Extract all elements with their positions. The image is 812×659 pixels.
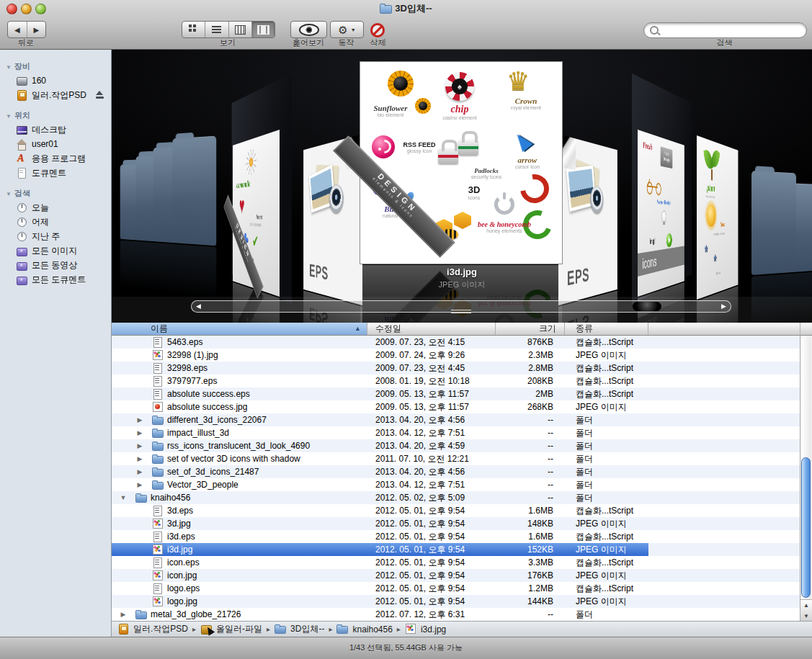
sidebar-item-응용 프로그램[interactable]: 응용 프로그램 [0,151,111,166]
search-field [643,22,807,38]
scroll-up-icon[interactable]: ▲ [800,600,812,611]
sidebar-item-어제[interactable]: 어제 [0,215,111,229]
file-name-cell: 3797977.eps [112,375,367,387]
date-modified-cell: 2009. 05. 13, 오후 11:57 [367,387,496,400]
table-row[interactable]: ▶set of vector 3D icons with shadow2011.… [112,452,800,465]
filler-cell [648,387,800,400]
disclosure-triangle[interactable]: ▶ [135,478,145,491]
view-coverflow-button[interactable] [252,22,275,37]
sidebar-item-모든 도큐멘트[interactable]: 모든 도큐멘트 [0,272,111,287]
file-name: set of vector 3D icons with shadow [167,452,300,465]
path-item-knaiho456[interactable]: knaiho456 [336,623,392,635]
disclosure-triangle[interactable]: ▶ [135,426,145,439]
zoom-button[interactable] [35,4,46,14]
scrollbar-thumb[interactable] [801,457,811,598]
table-row[interactable]: icon.jpg2012. 05. 01, 오후 9:54176KBJPEG 이… [112,569,800,582]
table-row[interactable]: 3797977.eps2008. 01. 19, 오전 10:18208KB캡슐… [112,375,800,387]
sidebar-item-오늘[interactable]: 오늘 [0,200,111,215]
filler-cell [648,413,800,426]
forward-button[interactable]: ▶ [27,22,46,37]
table-row[interactable]: 32998 (1).jpg2009. 07. 24, 오후 9:262.3MBJ… [112,349,800,362]
sidebar-item-도큐멘트[interactable]: 도큐멘트 [0,166,111,180]
vertical-scrollbar[interactable]: ▲ ▼ [800,336,812,621]
quicklook-button[interactable] [290,21,327,38]
path-item-올일러-파일[interactable]: 올일러-파일 [200,623,262,635]
table-row[interactable]: ▶different_3d_icons_220672013. 04. 20, 오… [112,413,800,426]
column-header-이름[interactable]: 이름▲ [112,323,367,335]
table-row[interactable]: icon.eps2012. 05. 01, 오후 9:543.3MB캡슐화...… [112,556,800,569]
eject-icon[interactable] [94,89,105,100]
table-row[interactable]: ▶impact_illust_3d2013. 04. 12, 오후 7:51--… [112,426,800,439]
path-item-일러.작업PSD[interactable]: 일러.작업PSD [117,623,188,635]
chevron-down-icon[interactable]: ▼ [6,191,12,197]
table-row[interactable]: ▶set_of_3d_icons_214872013. 04. 20, 오후 4… [112,465,800,478]
file-name: metal_3d_globe_21726 [151,608,241,621]
table-row[interactable]: 3d.jpg2012. 05. 01, 오후 9:54148KBJPEG 이미지 [112,517,800,530]
sidebar-item-일러.작업PSD[interactable]: 일러.작업PSD [0,88,111,102]
scroll-down-icon[interactable]: ▼ [800,611,812,622]
search-input[interactable] [663,24,803,37]
disclosure-triangle[interactable]: ▶ [135,465,145,478]
disclosure-triangle[interactable]: ▼ [118,491,128,504]
table-row[interactable]: 5463.eps2009. 07. 23, 오전 4:15876KB캡슐화...… [112,336,800,349]
table-row[interactable]: logo.eps2012. 05. 01, 오후 9:541.2MB캡슐화...… [112,582,800,595]
column-header-label: 크기 [539,323,556,333]
kind-cell: 폴더 [565,413,648,426]
coverflow-center-cover[interactable]: ♛ Sunflowerbio element chipcasino elemen… [360,62,562,264]
column-header-종류[interactable]: 종류 [565,323,648,335]
column-header-크기[interactable]: 크기 [496,323,565,335]
sidebar-item-모든 동영상[interactable]: 모든 동영상 [0,258,111,272]
close-button[interactable] [6,4,17,14]
chevron-down-icon[interactable]: ▼ [6,113,12,120]
view-icon-button[interactable] [182,22,205,37]
filler-cell [648,491,800,504]
table-row[interactable]: absolute success.eps2009. 05. 13, 오후 11:… [112,387,800,400]
minimize-button[interactable] [21,4,32,14]
back-button[interactable]: ◀ [8,22,27,37]
folder-stack-right[interactable] [751,158,812,275]
table-row[interactable]: 3d.eps2012. 05. 01, 오후 9:541.6MB캡슐화...tS… [112,504,800,517]
sidebar-item-label: 오늘 [32,202,49,214]
eps-file-icon [152,362,164,374]
disclosure-triangle[interactable]: ▶ [135,439,145,452]
sidebar-item-user01[interactable]: user01 [0,137,111,151]
path-item-i3d.jpg[interactable]: i3d.jpg [405,623,446,635]
view-label: 보기 [182,37,274,48]
filler-cell [648,452,800,465]
path-item-3D입체--[interactable]: 3D입체-- [275,623,324,635]
coverflow-scroll-thumb[interactable] [633,302,661,311]
trunk-icon [711,169,713,181]
stack-folder [172,136,216,246]
status-text: 1/43 선택됨, 55.44GB 사용 가능 [349,643,463,652]
table-row[interactable]: ▶Vector_3D_people2013. 04. 12, 오후 7:51--… [112,478,800,491]
date-modified-cell: 2009. 05. 13, 오후 11:57 [367,400,496,413]
chevron-down-icon[interactable]: ▼ [6,64,12,71]
folder-stack-left[interactable] [120,130,223,246]
view-columns-button[interactable] [229,22,252,37]
action-button[interactable]: ⚙▼ [330,21,364,38]
disclosure-triangle[interactable]: ▶ [135,413,145,426]
table-row[interactable]: ▶rss_icons_translucent_3d_look_46902013.… [112,439,800,452]
scroll-left-icon[interactable]: ◀ [196,302,201,311]
table-row[interactable]: ▶metal_3d_globe_217262012. 07. 12, 오후 6:… [112,608,800,621]
view-list-button[interactable] [205,22,228,37]
table-row[interactable]: i3d.jpg2012. 05. 01, 오후 9:54152KBJPEG 이미… [112,543,800,556]
disclosure-triangle[interactable]: ▶ [118,608,128,621]
sidebar-item-160[interactable]: 160 [0,73,111,88]
crown-icon: ♛ [507,66,530,97]
table-row[interactable]: ▼knaiho4562012. 05. 02, 오후 5:09--폴더 [112,491,800,504]
table-row[interactable]: i3d.eps2012. 05. 01, 오후 9:541.6MB캡슐화...t… [112,530,800,543]
sidebar-item-데스크탑[interactable]: 데스크탑 [0,122,111,137]
disclosure-triangle[interactable]: ▶ [135,452,145,465]
scroll-right-icon[interactable]: ▶ [721,302,726,311]
table-row[interactable]: 32998.eps2009. 07. 23, 오전 4:452.8MB캡슐화..… [112,362,800,375]
pane-resize-grip[interactable] [451,310,471,315]
sidebar-item-모든 이미지[interactable]: 모든 이미지 [0,243,111,258]
filler-cell [648,400,800,413]
table-row[interactable]: logo.jpg2012. 05. 01, 오후 9:54144KBJPEG 이… [112,595,800,608]
delete-button[interactable] [370,22,385,38]
table-row[interactable]: absolute success.jpg2009. 05. 13, 오후 11:… [112,400,800,413]
plant-sub-label: eco element [706,194,715,199]
sidebar-item-지난 주[interactable]: 지난 주 [0,229,111,243]
column-header-수정일[interactable]: 수정일 [367,323,496,335]
